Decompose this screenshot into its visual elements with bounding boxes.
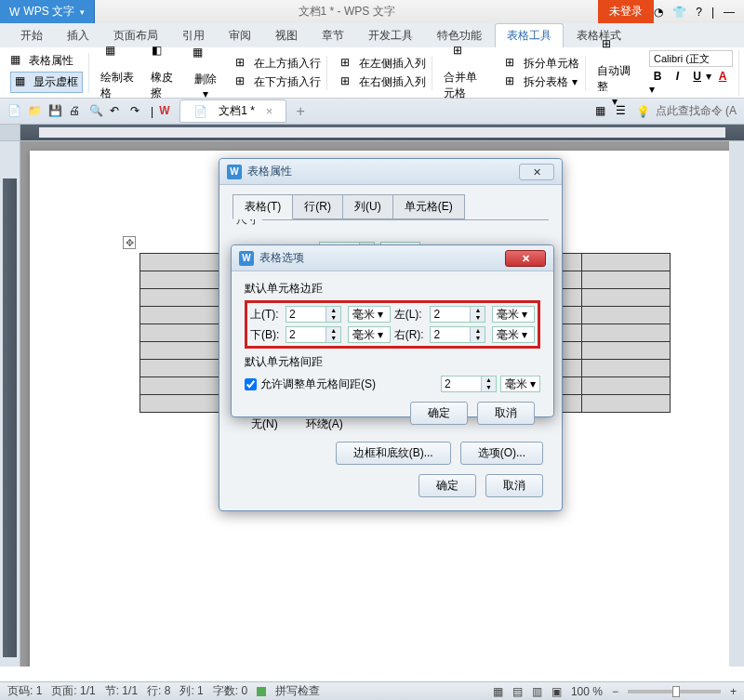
menu-icon[interactable]: ☰ — [616, 104, 631, 119]
underline-button[interactable]: U — [689, 70, 706, 83]
tab-table[interactable]: 表格(T) — [232, 194, 293, 219]
doc-tab-label: 文档1 * — [219, 103, 255, 119]
print-icon[interactable]: 🖨 — [69, 104, 84, 119]
cancel-button[interactable]: 取消 — [485, 474, 543, 497]
document-tab[interactable]: 📄 文档1 * × — [179, 99, 286, 123]
close-tab-icon[interactable]: × — [266, 104, 273, 118]
right-unit[interactable]: 毫米▾ — [492, 326, 535, 343]
bottom-spinner[interactable]: ▲▼ — [286, 326, 341, 343]
options-button[interactable]: 选项(O)... — [460, 442, 543, 465]
open-icon[interactable]: 📁 — [28, 104, 43, 119]
zoom-in[interactable]: + — [730, 685, 737, 698]
doc-icon: 📄 — [193, 105, 207, 118]
spacing-spinner[interactable]: ▲▼ — [441, 376, 497, 392]
tab-start[interactable]: 开始 — [9, 24, 54, 47]
top-unit[interactable]: 毫米▾ — [348, 306, 391, 323]
dialog2-close-button[interactable]: ✕ — [505, 250, 546, 267]
new-tab-button[interactable]: + — [296, 103, 304, 120]
insert-row-below[interactable]: ⊞在下方插入行 — [235, 74, 321, 90]
dialog-tabs: 表格(T) 行(R) 列(U) 单元格(E) — [232, 194, 549, 220]
dialog-titlebar[interactable]: W 表格属性 ✕ — [219, 159, 562, 185]
merge-cells-button[interactable]: ⊞合并单元格 — [440, 44, 492, 101]
minimize-button[interactable]: — — [724, 6, 735, 19]
draw-table-button[interactable]: ▦绘制表格 — [97, 44, 140, 101]
vertical-ruler[interactable] — [0, 141, 20, 667]
left-label: 左(L): — [394, 307, 427, 323]
status-col[interactable]: 列: 1 — [179, 683, 203, 699]
split-cell[interactable]: ⊞拆分单元格 — [505, 56, 579, 72]
tab-insert[interactable]: 插入 — [56, 24, 100, 47]
preview-icon[interactable]: 🔍 — [89, 104, 104, 119]
status-section[interactable]: 节: 1/1 — [105, 683, 138, 699]
status-page[interactable]: 页码: 1 — [7, 683, 42, 699]
horizontal-ruler[interactable] — [0, 125, 744, 141]
status-line[interactable]: 行: 8 — [147, 683, 170, 699]
vertical-scrollbar[interactable] — [729, 141, 744, 667]
spacing-unit[interactable]: 毫米▾ — [500, 376, 540, 392]
view-web-icon[interactable]: ▤ — [512, 685, 523, 698]
bottom-unit[interactable]: 毫米▾ — [348, 326, 391, 343]
left-spinner[interactable]: ▲▼ — [430, 306, 485, 323]
tab-tabletools[interactable]: 表格工具 — [495, 23, 564, 47]
fullscreen-icon[interactable]: ▣ — [551, 685, 562, 698]
italic-button[interactable]: I — [669, 70, 685, 83]
dialog2-cancel-button[interactable]: 取消 — [477, 402, 535, 425]
view-print-icon[interactable]: ▦ — [493, 685, 503, 698]
fontcolor-button[interactable]: A — [714, 70, 731, 83]
tab-section[interactable]: 章节 — [311, 24, 355, 47]
left-unit[interactable]: 毫米▾ — [492, 306, 535, 323]
table-move-handle[interactable]: ✥ — [123, 236, 136, 249]
redo-icon[interactable]: ↷ — [130, 104, 145, 119]
ok-button[interactable]: 确定 — [418, 474, 476, 497]
help-icon[interactable]: ? — [696, 6, 702, 19]
command-search[interactable]: 点此查找命令 (A — [656, 103, 737, 119]
tab-column[interactable]: 列(U) — [342, 194, 393, 219]
wps-logo-icon[interactable]: W — [159, 104, 174, 119]
top-spinner[interactable]: ▲▼ — [286, 306, 341, 323]
delete-button[interactable]: ▦删除▾ — [189, 46, 222, 100]
right-label: 右(R): — [394, 327, 427, 343]
border-shading-button[interactable]: 边框和底纹(B)... — [336, 442, 451, 465]
new-icon[interactable]: 📄 — [7, 104, 22, 119]
insert-col-right[interactable]: ⊞在右侧插入列 — [340, 74, 426, 90]
tab-review[interactable]: 审阅 — [218, 24, 262, 47]
app-menu-button[interactable]: W WPS 文字 — [0, 0, 95, 23]
insert-col-left[interactable]: ⊞在左侧插入列 — [340, 56, 426, 72]
tshirt-icon[interactable]: 👕 — [672, 6, 686, 19]
login-button[interactable]: 未登录 — [598, 0, 654, 23]
insert-row-above[interactable]: ⊞在上方插入行 — [235, 56, 321, 72]
allow-spacing-checkbox[interactable] — [245, 378, 257, 390]
tab-devtools[interactable]: 开发工具 — [357, 24, 424, 47]
status-spell[interactable]: 拼写检查 — [275, 683, 320, 699]
bottom-label: 下(B): — [250, 327, 282, 343]
dialog2-titlebar[interactable]: W 表格选项 ✕ — [232, 245, 553, 271]
tab-cell[interactable]: 单元格(E) — [392, 194, 465, 219]
status-pages[interactable]: 页面: 1/1 — [51, 683, 95, 699]
status-bar: 页码: 1 页面: 1/1 节: 1/1 行: 8 列: 1 字数: 0 拼写检… — [0, 681, 744, 700]
autofit-button[interactable]: ⊞自动调整▾ — [593, 37, 636, 108]
grid-icon[interactable]: ▦ — [595, 104, 610, 119]
col-right-icon: ⊞ — [340, 74, 355, 89]
undo-icon[interactable]: ↶ — [110, 104, 125, 119]
eraser-button[interactable]: ◧橡皮擦 — [147, 44, 181, 101]
window-title: 文档1 * - WPS 文字 — [95, 4, 598, 20]
skin-icon[interactable]: ◔ — [654, 6, 663, 19]
show-grid-button[interactable]: ▦显示虚框 — [10, 72, 83, 93]
split-table[interactable]: ⊞拆分表格▾ — [505, 74, 579, 90]
zoom-out[interactable]: − — [612, 685, 618, 698]
status-chars[interactable]: 字数: 0 — [213, 683, 247, 699]
bold-button[interactable]: B — [649, 70, 666, 83]
right-spinner[interactable]: ▲▼ — [430, 326, 485, 343]
tab-row[interactable]: 行(R) — [292, 194, 343, 219]
table-prop-icon: ▦ — [10, 53, 25, 68]
dialog-close-button[interactable]: ✕ — [519, 164, 554, 180]
margin-legend: 默认单元格边距 — [245, 281, 540, 297]
dialog2-ok-button[interactable]: 确定 — [410, 402, 468, 425]
font-selector[interactable]: Calibri (正文 — [649, 50, 733, 67]
zoom-label[interactable]: 100 % — [571, 685, 603, 698]
save-icon[interactable]: 💾 — [48, 104, 63, 119]
view-outline-icon[interactable]: ▥ — [532, 685, 542, 698]
tab-view[interactable]: 视图 — [264, 24, 309, 47]
zoom-slider[interactable] — [628, 690, 721, 693]
table-properties-button[interactable]: ▦表格属性 — [10, 53, 83, 69]
